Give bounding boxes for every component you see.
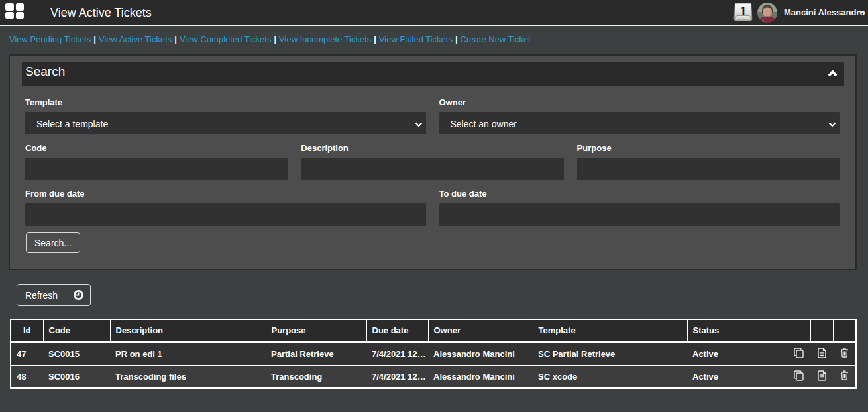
svg-text:1: 1 [740,5,746,18]
